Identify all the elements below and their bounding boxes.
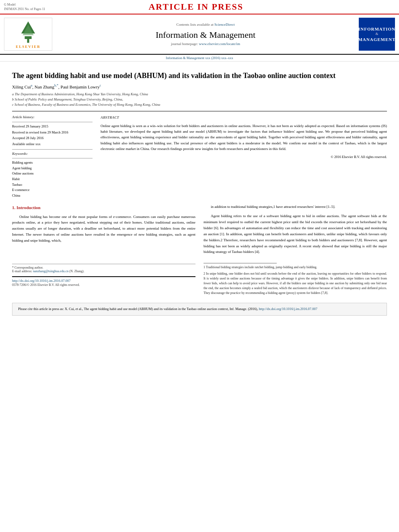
article-title: The agent bidding habit and use model (A…: [12, 71, 387, 80]
keyword-2: Agent bidding: [12, 166, 93, 171]
keyword-5: Taobao: [12, 182, 93, 188]
abstract-copyright: © 2016 Elsevier B.V. All rights reserved…: [101, 154, 387, 160]
main-content: The agent bidding habit and use model (A…: [0, 62, 399, 320]
sup-c: c: [100, 84, 101, 87]
homepage-link[interactable]: www.elsevier.com/locate/im: [199, 42, 240, 46]
affiliation-a: a The Department of Business Administrat…: [12, 92, 387, 97]
received-revised-date: Received in revised form 29 March 2016: [12, 130, 93, 135]
elsevier-text: ELSEVIER: [16, 45, 41, 49]
g-model-info: G Model INFMAN 2931 No. of Pages 11: [4, 2, 45, 11]
keywords-label: Keywords:: [12, 151, 93, 157]
contents-line: Contents lists available at ScienceDirec…: [177, 23, 235, 27]
keyword-1: Bidding agents: [12, 160, 93, 166]
svg-rect-3: [25, 36, 31, 39]
affiliation-b: b School of Public Policy and Management…: [12, 97, 387, 102]
intro-para2-right: Agent bidding refers to the use of a sof…: [204, 213, 387, 255]
keyword-7: China: [12, 193, 93, 199]
body-col-right: in addition to traditional bidding strat…: [204, 204, 387, 258]
abstract-col: ABSTRACT Online agent bidding is seen as…: [101, 115, 387, 198]
author-lowry: Paul Benjamin Lowry: [61, 84, 100, 89]
journal-logo-mgmt: MANAGEMENT: [358, 37, 395, 42]
section1-heading: 1. Introduction: [12, 204, 195, 211]
svg-rect-0: [27, 39, 29, 43]
keyword-3: Online auctions: [12, 171, 93, 177]
footnote-1: 1 Traditional bidding strategies include…: [204, 265, 387, 270]
corr-label: * Corresponding author.: [12, 266, 195, 269]
abstract-text: Online agent bidding is seen as a win–wi…: [101, 123, 387, 152]
accepted-date: Accepted 28 July 2016: [12, 136, 93, 141]
affiliation-c: c School of Business, Faculty of Busines…: [12, 102, 387, 107]
intro-para1: Online bidding has become one of the mos…: [12, 214, 195, 244]
author-cui: Xiling Cui: [12, 84, 31, 89]
citation-text: Please cite this article in press as: X.…: [18, 307, 258, 311]
journal-header: ELSEVIER Contents lists available at Sci…: [0, 14, 399, 55]
intro-para1-right: in addition to traditional bidding strat…: [204, 204, 387, 210]
sup-b: b,*: [54, 84, 58, 87]
received-date: Received 29 January 2015: [12, 124, 93, 129]
corr-email-link[interactable]: nanzhang@tsinghua.edu.cn: [33, 269, 68, 273]
keyword-6: E-commerce: [12, 187, 93, 193]
article-info-col: Article history: Received 29 January 201…: [12, 115, 93, 198]
top-banner: G Model INFMAN 2931 No. of Pages 11 ARTI…: [0, 0, 399, 14]
body-col-left: 1. Introduction Online bidding has becom…: [12, 204, 195, 258]
citation-bar: Please cite this article in press as: X.…: [12, 303, 387, 316]
elsevier-logo: ELSEVIER: [4, 18, 52, 51]
journal-logo-info: INFORMATION: [358, 26, 395, 32]
journal-center: Contents lists available at ScienceDirec…: [56, 18, 355, 51]
corr-email-line: E-mail address: nanzhang@tsinghua.edu.cn…: [12, 269, 195, 273]
author-zhang: Nan Zhang: [35, 84, 54, 89]
article-in-press-label: ARTICLE IN PRESS: [45, 2, 347, 12]
body-section: 1. Introduction Online bidding has becom…: [12, 204, 387, 258]
sciencedirect-link[interactable]: ScienceDirect: [214, 23, 234, 27]
affiliations: a The Department of Business Administrat…: [12, 92, 387, 107]
homepage-line: journal homepage: www.elsevier.com/locat…: [171, 42, 240, 46]
doi-section: http://dx.doi.org/10.1016/j.im.2016.07.0…: [12, 276, 195, 287]
info-abstract-section: Article history: Received 29 January 201…: [12, 115, 387, 198]
footnote-divider: [204, 263, 277, 263]
header-divider: [12, 111, 387, 111]
keywords-list: Bidding agents Agent bidding Online auct…: [12, 160, 93, 198]
abstract-label: ABSTRACT: [101, 115, 387, 120]
footnote-area: 1 Traditional bidding strategies include…: [204, 265, 387, 296]
footnote-left: * Corresponding author. E-mail address: …: [12, 260, 195, 297]
article-history-label: Article history:: [12, 115, 93, 120]
article-ref: Information & Management xxx (2016) xxx–…: [0, 55, 399, 62]
footnote-right: 1 Traditional bidding strategies include…: [204, 260, 387, 297]
available-online: Available online xxx: [12, 142, 93, 147]
doi-copyright: 0378-7206/© 2016 Elsevier B.V. All right…: [12, 283, 80, 287]
journal-title: Information & Management: [156, 30, 255, 40]
doi-link[interactable]: http://dx.doi.org/10.1016/j.im.2016.07.0…: [12, 279, 71, 283]
authors-line: Xiling Cuia, Nan Zhangb,*, Paul Benjamin…: [12, 84, 387, 89]
corresponding-author: * Corresponding author. E-mail address: …: [12, 264, 195, 273]
footnote-section: * Corresponding author. E-mail address: …: [12, 260, 387, 297]
citation-link[interactable]: http://dx.doi.org/10.1016/j.im.2016.07.0…: [259, 307, 317, 311]
sup-a: a: [31, 84, 33, 87]
footnote-2: 2 In snipe bidding, one bidder does not …: [204, 271, 387, 296]
journal-logo-box: INFORMATION & MANAGEMENT: [359, 18, 395, 51]
keyword-4: Habit: [12, 177, 93, 182]
